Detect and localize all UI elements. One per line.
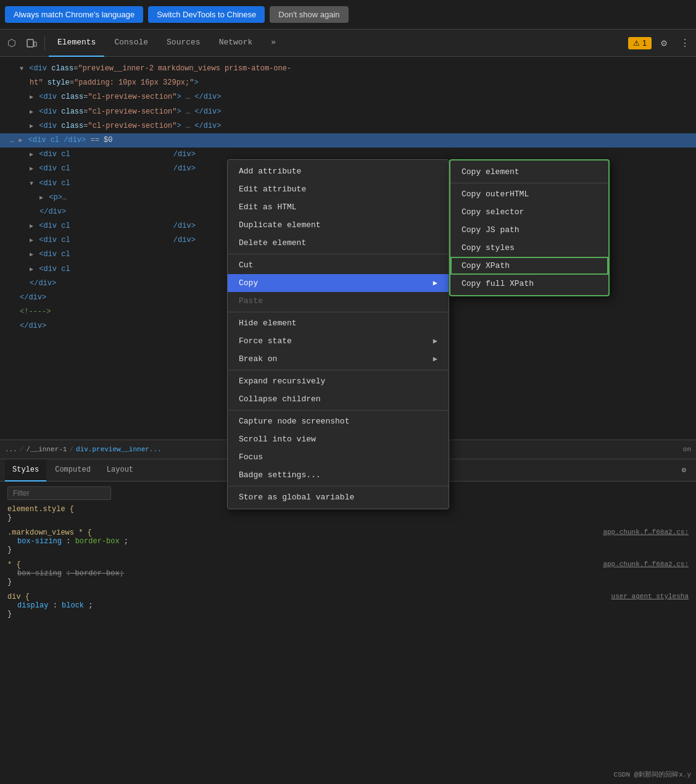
- filter-input[interactable]: [7, 486, 111, 500]
- ctx-force-state[interactable]: Force state ▶: [228, 332, 449, 350]
- submenu: Copy element Copy outerHTML Copy selecto…: [449, 159, 610, 296]
- csdn-watermark: CSDN @刺那间的回眸x.y: [614, 770, 691, 779]
- tab-sources[interactable]: Sources: [158, 30, 209, 57]
- match-language-button[interactable]: Always match Chrome's language: [5, 6, 143, 23]
- rule-prop: display: [17, 601, 48, 610]
- context-menu-separator: [228, 254, 449, 254]
- styles-area: element.style { } app.chunk.f…f68a2.cs: …: [0, 482, 696, 784]
- context-menu-separator: [228, 312, 449, 312]
- filter-icon[interactable]: ⚙: [677, 465, 691, 475]
- ctx-cut[interactable]: Cut: [228, 256, 449, 274]
- ctx-badge-settings[interactable]: Badge settings...: [228, 466, 449, 484]
- device-icon[interactable]: [22, 34, 41, 52]
- context-menu: Add attribute Edit attribute Edit as HTM…: [227, 159, 449, 509]
- badge-button[interactable]: ⚠ 1: [628, 37, 652, 49]
- breadcrumb-item[interactable]: /__inner-1: [26, 446, 67, 453]
- rule-prop: box-sizing: [17, 537, 62, 546]
- ctx-add-attribute[interactable]: Add attribute: [228, 162, 449, 180]
- ctx-paste: Paste: [228, 292, 449, 310]
- tab-more[interactable]: »: [262, 30, 284, 57]
- rule-selector: .markdown_views * {: [7, 528, 92, 537]
- toolbar-separator: [44, 36, 45, 51]
- breadcrumb-item[interactable]: ...: [5, 446, 17, 453]
- ctx-focus[interactable]: Focus: [228, 448, 449, 466]
- rule-val: border-box: [75, 537, 120, 546]
- rule-selector: * {: [7, 561, 21, 569]
- tree-line[interactable]: ▼ <div class="preview__inner-2 markdown_…: [0, 62, 696, 76]
- settings-icon[interactable]: ⚙: [655, 35, 673, 52]
- sub-copy-outerhtml[interactable]: Copy outerHTML: [450, 185, 608, 203]
- sub-copy-selector[interactable]: Copy selector: [450, 203, 608, 221]
- context-menu-separator: [228, 486, 449, 486]
- ctx-edit-attribute[interactable]: Edit attribute: [228, 180, 449, 198]
- tab-layout[interactable]: Layout: [99, 459, 141, 482]
- ctx-edit-as-html[interactable]: Edit as HTML: [228, 198, 449, 216]
- svg-rect-0: [27, 40, 33, 47]
- context-menu-separator: [228, 370, 449, 370]
- submenu-arrow: ▶: [433, 354, 437, 364]
- dont-show-again-button[interactable]: Don't show again: [270, 6, 348, 23]
- ctx-hide-element[interactable]: Hide element: [228, 314, 449, 332]
- sub-copy-xpath[interactable]: Copy XPath: [450, 257, 608, 275]
- devtools-toolbar: ⬡ Elements Console Sources Network » ⚠ 1…: [0, 30, 696, 57]
- ctx-capture-node-screenshot[interactable]: Capture node screenshot: [228, 412, 449, 430]
- tab-network[interactable]: Network: [210, 30, 262, 57]
- style-rule: app.chunk.f…f68a2.cs: .markdown_views * …: [7, 528, 689, 554]
- ctx-duplicate-element[interactable]: Duplicate element: [228, 216, 449, 234]
- toolbar-right: ⚠ 1 ⚙ ⋮: [628, 35, 694, 52]
- submenu-arrow: ▶: [433, 278, 437, 288]
- tree-line-selected[interactable]: … ▶ <div cl /div> == $0: [0, 133, 696, 148]
- svg-rect-1: [34, 42, 36, 46]
- tree-line[interactable]: ▶ <div class="cl-preview-section"> … </d…: [0, 90, 696, 104]
- tree-line[interactable]: ht" style="padding: 10px 16px 329px;">: [0, 76, 696, 90]
- ctx-expand-recursively[interactable]: Expand recursively: [228, 372, 449, 390]
- ctx-collapse-children[interactable]: Collapse children: [228, 390, 449, 408]
- sub-copy-element[interactable]: Copy element: [450, 163, 608, 181]
- rule-val: block: [62, 601, 84, 610]
- on-label: on: [683, 446, 691, 453]
- tab-computed[interactable]: Computed: [48, 459, 98, 482]
- rule-source[interactable]: user agent stylesha: [611, 593, 689, 600]
- breadcrumb-sep: /: [20, 446, 24, 453]
- rule-selector: element.style {: [7, 505, 74, 514]
- cursor-icon[interactable]: ⬡: [2, 34, 21, 52]
- ctx-scroll-into-view[interactable]: Scroll into view: [228, 430, 449, 448]
- rule-prop: box-sizing: [17, 569, 62, 578]
- ctx-store-as-global[interactable]: Store as global variable: [228, 488, 449, 506]
- submenu-arrow: ▶: [433, 336, 437, 346]
- ctx-break-on[interactable]: Break on ▶: [228, 350, 449, 368]
- sub-copy-styles[interactable]: Copy styles: [450, 239, 608, 257]
- tab-styles[interactable]: Styles: [5, 459, 46, 482]
- breadcrumb-sep: /: [69, 446, 73, 453]
- style-rule: user agent stylesha div { display : bloc…: [7, 593, 689, 619]
- sub-copy-full-xpath[interactable]: Copy full XPath: [450, 275, 608, 293]
- rule-source[interactable]: app.chunk.f…f68a2.cs:: [603, 528, 689, 536]
- style-rule: app.chunk.f…f68a2.cs: * { box-sizing : b…: [7, 561, 689, 586]
- ctx-copy[interactable]: Copy ▶: [228, 274, 449, 292]
- switch-devtools-button[interactable]: Switch DevTools to Chinese: [148, 6, 265, 23]
- tab-elements[interactable]: Elements: [49, 30, 104, 57]
- sub-copy-js-path[interactable]: Copy JS path: [450, 221, 608, 239]
- ctx-delete-element[interactable]: Delete element: [228, 234, 449, 252]
- rule-selector: div {: [7, 593, 30, 601]
- tree-line[interactable]: ▶ <div class="cl-preview-section"> … </d…: [0, 119, 696, 133]
- tree-line[interactable]: ▶ <div class="cl-preview-section"> … </d…: [0, 105, 696, 119]
- more-icon[interactable]: ⋮: [676, 35, 694, 52]
- context-menu-separator: [228, 410, 449, 411]
- warning-icon: ⚠: [633, 39, 640, 48]
- top-banner: Always match Chrome's language Switch De…: [0, 0, 696, 30]
- tab-console[interactable]: Console: [106, 30, 157, 57]
- rule-source[interactable]: app.chunk.f…f68a2.cs:: [603, 561, 689, 568]
- breadcrumb-current[interactable]: div.preview__inner...: [76, 446, 162, 453]
- submenu-separator: [450, 183, 608, 183]
